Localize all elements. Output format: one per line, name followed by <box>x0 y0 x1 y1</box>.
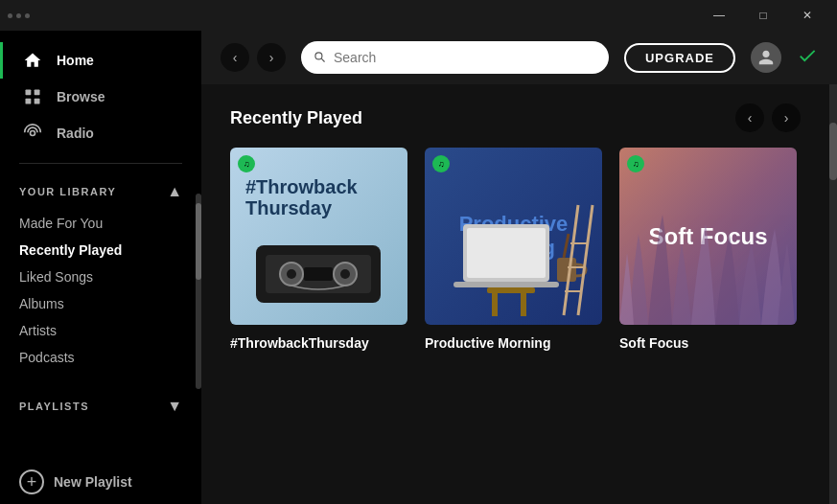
close-button[interactable]: ✕ <box>785 0 829 31</box>
svg-rect-15 <box>487 287 535 293</box>
radio-label: Radio <box>57 126 94 141</box>
sidebar-scrollbar[interactable] <box>196 194 201 389</box>
title-bar: — □ ✕ <box>0 0 837 31</box>
carousel-controls: ‹ › <box>735 103 801 132</box>
user-avatar[interactable] <box>751 42 781 73</box>
productive-scene-svg <box>425 148 602 325</box>
card-throwback[interactable]: ♫ #ThrowbackThursday <box>230 148 407 352</box>
right-scrollbar[interactable] <box>829 84 837 504</box>
svg-rect-3 <box>35 99 40 104</box>
carousel-prev-button[interactable]: ‹ <box>735 103 764 132</box>
topbar: ‹ › UPGRADE <box>201 31 837 84</box>
playlists-toggle[interactable]: ▼ <box>167 398 182 415</box>
search-input[interactable] <box>334 50 597 65</box>
maximize-button[interactable]: □ <box>741 0 785 31</box>
svg-rect-13 <box>467 228 546 278</box>
library-title: YOUR LIBRARY <box>19 186 116 197</box>
title-bar-dots <box>8 13 30 18</box>
home-icon <box>22 50 43 71</box>
throwback-card-label: #ThrowbackThursday <box>230 335 369 351</box>
library-albums[interactable]: Albums <box>19 290 182 317</box>
throwback-title-text: #ThrowbackThursday <box>245 176 358 218</box>
svg-line-20 <box>578 205 593 315</box>
carousel-next-button[interactable]: › <box>772 103 801 132</box>
new-playlist-label: New Playlist <box>54 474 132 490</box>
playlists-section: PLAYLISTS ▼ <box>0 382 201 428</box>
svg-rect-16 <box>492 293 498 316</box>
your-library-section: YOUR LIBRARY ▲ Made For You Recently Pla… <box>0 168 201 378</box>
card-throwback-image: ♫ #ThrowbackThursday <box>230 148 407 325</box>
svg-rect-1 <box>35 90 40 96</box>
library-toggle[interactable]: ▲ <box>167 183 182 200</box>
card-soft[interactable]: ♫ <box>619 148 797 352</box>
card-soft-image: ♫ <box>619 148 797 325</box>
card-productive[interactable]: ♫ <box>425 148 602 352</box>
browse-label: Browse <box>57 89 105 104</box>
plus-circle-icon: + <box>19 470 44 494</box>
upgrade-button[interactable]: UPGRADE <box>624 43 735 73</box>
check-icon <box>797 45 818 71</box>
dot-2 <box>16 13 21 18</box>
recently-played-title: Recently Played <box>230 108 362 128</box>
radio-icon <box>22 123 43 144</box>
svg-rect-2 <box>26 99 32 104</box>
library-recently-played[interactable]: Recently Played <box>19 237 182 263</box>
cassette-svg <box>251 231 385 317</box>
svg-rect-17 <box>521 293 526 316</box>
sidebar-item-home[interactable]: Home <box>0 42 201 79</box>
sidebar-scrollbar-thumb <box>196 203 201 280</box>
library-artists[interactable]: Artists <box>19 317 182 344</box>
recently-played-header: Recently Played ‹ › <box>230 103 801 132</box>
soft-scene-svg <box>619 148 797 325</box>
svg-point-4 <box>31 131 35 136</box>
home-label: Home <box>57 53 94 68</box>
sidebar-item-browse[interactable]: Browse <box>0 79 201 115</box>
library-podcasts[interactable]: Podcasts <box>19 344 182 371</box>
library-made-for-you[interactable]: Made For You <box>19 210 182 237</box>
search-bar[interactable] <box>301 41 609 74</box>
sidebar: Home Browse <box>0 31 201 504</box>
card-productive-image: ♫ <box>425 148 602 325</box>
forward-button[interactable]: › <box>257 43 286 72</box>
svg-rect-0 <box>26 90 32 96</box>
cards-grid: ♫ #ThrowbackThursday <box>230 148 801 352</box>
back-button[interactable]: ‹ <box>221 43 249 72</box>
sidebar-nav: Home Browse <box>0 31 201 159</box>
nav-arrows: ‹ › <box>221 43 286 72</box>
playlists-header: PLAYLISTS ▼ <box>19 398 182 415</box>
app-body: Home Browse <box>0 31 837 504</box>
svg-rect-18 <box>557 258 576 282</box>
library-header: YOUR LIBRARY ▲ <box>19 183 182 200</box>
soft-card-label: Soft Focus <box>619 335 688 351</box>
browse-icon <box>22 86 43 107</box>
productive-card-label: Productive Morning <box>425 335 550 351</box>
library-liked-songs[interactable]: Liked Songs <box>19 263 182 290</box>
window-controls: — □ ✕ <box>697 0 829 31</box>
dot-1 <box>8 13 12 18</box>
svg-rect-14 <box>453 282 559 287</box>
spotify-logo-throwback: ♫ <box>238 155 255 172</box>
search-icon <box>313 50 326 66</box>
right-scrollbar-thumb <box>829 123 837 180</box>
svg-point-8 <box>287 269 296 279</box>
main-content: ‹ › UPGRADE <box>201 31 837 504</box>
svg-point-10 <box>340 269 350 279</box>
minimize-button[interactable]: — <box>697 0 741 31</box>
svg-rect-11 <box>304 267 333 281</box>
playlists-title: PLAYLISTS <box>19 401 89 412</box>
content-area: Recently Played ‹ › ♫ #ThrowbackThursday <box>201 84 829 504</box>
new-playlist-button[interactable]: + New Playlist <box>0 460 201 504</box>
sidebar-item-radio[interactable]: Radio <box>0 115 201 151</box>
dot-3 <box>25 13 30 18</box>
